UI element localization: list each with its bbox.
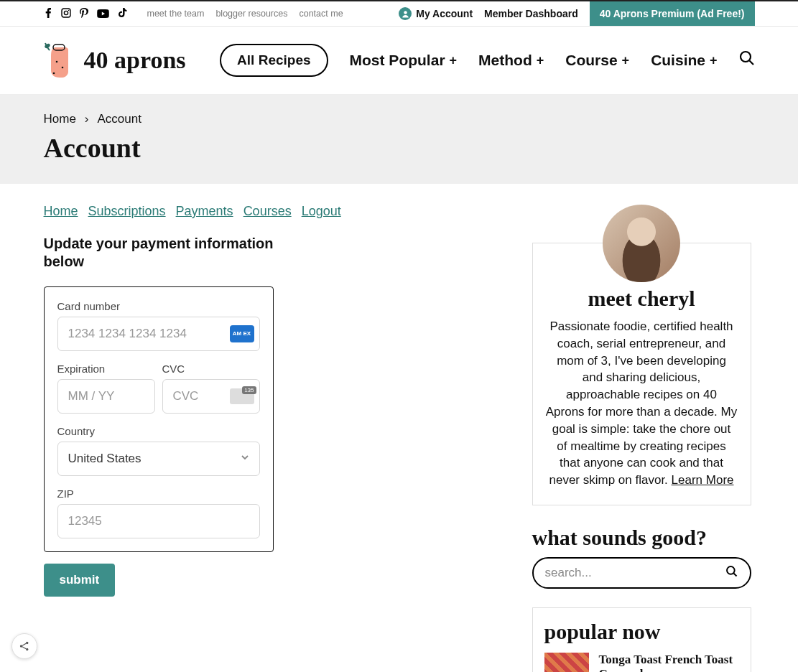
nav-cuisine[interactable]: Cuisine+ — [651, 52, 717, 69]
user-icon — [399, 7, 412, 20]
acct-nav-payments[interactable]: Payments — [176, 204, 233, 219]
svg-point-9 — [741, 52, 751, 62]
nav-label: Most Popular — [350, 52, 445, 69]
cvc-card-icon — [230, 388, 254, 404]
country-select[interactable] — [57, 442, 260, 476]
chevron-right-icon: › — [85, 112, 89, 126]
learn-more-link[interactable]: Learn More — [672, 473, 734, 487]
plus-icon: + — [537, 53, 544, 68]
my-account-link[interactable]: My Account — [399, 7, 473, 20]
breadcrumb: Home › Account — [44, 112, 755, 126]
svg-line-10 — [749, 61, 753, 65]
expiration-input[interactable] — [57, 379, 155, 414]
nav-most-popular[interactable]: Most Popular+ — [350, 52, 458, 69]
submit-button[interactable]: submit — [44, 564, 116, 597]
amex-icon: AM EX — [230, 325, 254, 342]
payment-form: Card number AM EX Expiration CVC — [44, 286, 274, 552]
update-payment-heading: Update your payment information below — [44, 235, 302, 271]
acct-nav-logout[interactable]: Logout — [302, 204, 341, 219]
svg-point-11 — [727, 566, 735, 574]
acct-nav-home[interactable]: Home — [44, 204, 78, 219]
plus-icon: + — [450, 53, 458, 68]
expiration-label: Expiration — [57, 363, 155, 375]
svg-rect-0 — [62, 9, 70, 17]
main-nav: 40 aprons All Recipes Most Popular+ Meth… — [0, 27, 798, 95]
account-nav: Home Subscriptions Payments Courses Logo… — [44, 204, 489, 219]
top-link-blogger[interactable]: blogger resources — [215, 9, 287, 19]
zip-input[interactable] — [57, 504, 260, 538]
popular-now-card: popular now Tonga Toast French Toast Cas… — [532, 607, 751, 672]
top-link-team[interactable]: meet the team — [147, 9, 205, 19]
search-icon[interactable] — [739, 50, 755, 70]
breadcrumb-home[interactable]: Home — [44, 112, 76, 126]
svg-point-3 — [404, 11, 407, 14]
popular-item[interactable]: Tonga Toast French Toast Casserole — [544, 653, 739, 672]
recipe-title: Tonga Toast French Toast Casserole — [599, 653, 739, 672]
nav-label: Cuisine — [651, 52, 705, 69]
sidebar-search-input[interactable] — [545, 566, 725, 580]
utility-bar: meet the team blogger resources contact … — [0, 0, 798, 27]
avatar — [603, 205, 680, 282]
sounds-good-heading: what sounds good? — [532, 526, 751, 550]
pinterest-icon[interactable] — [80, 8, 88, 19]
bio-body: Passionate foodie, certified health coac… — [546, 319, 737, 487]
card-number-label: Card number — [57, 300, 260, 312]
popular-now-heading: popular now — [544, 620, 739, 644]
nav-course[interactable]: Course+ — [565, 52, 629, 69]
svg-point-2 — [68, 10, 68, 11]
bio-title: meet cheryl — [546, 286, 738, 311]
svg-point-15 — [26, 648, 28, 650]
youtube-icon[interactable] — [97, 9, 109, 19]
nav-all-recipes[interactable]: All Recipes — [220, 44, 328, 77]
plus-icon: + — [710, 53, 718, 68]
svg-point-14 — [26, 642, 28, 644]
bio-text: Passionate foodie, certified health coac… — [546, 318, 738, 489]
search-icon[interactable] — [725, 565, 738, 581]
top-link-contact[interactable]: contact me — [299, 9, 343, 19]
svg-line-17 — [22, 647, 26, 649]
nav-label: Method — [478, 52, 532, 69]
bio-card: meet cheryl Passionate foodie, certified… — [532, 243, 751, 505]
logo-icon — [44, 40, 78, 80]
breadcrumb-current: Account — [98, 112, 141, 126]
instagram-icon[interactable] — [61, 8, 71, 19]
logo-text: 40 aprons — [84, 47, 186, 74]
svg-line-12 — [733, 573, 736, 576]
share-button[interactable] — [11, 633, 37, 659]
title-bar: Home › Account Account — [0, 95, 798, 184]
facebook-icon[interactable] — [44, 8, 52, 19]
svg-point-6 — [55, 61, 57, 63]
member-dashboard-link[interactable]: Member Dashboard — [484, 8, 578, 19]
acct-nav-subscriptions[interactable]: Subscriptions — [88, 204, 166, 219]
cvc-label: CVC — [162, 363, 260, 375]
plus-icon: + — [622, 53, 630, 68]
nav-method[interactable]: Method+ — [478, 52, 544, 69]
svg-point-7 — [61, 67, 63, 69]
nav-label: Course — [565, 52, 617, 69]
social-icons — [44, 8, 127, 19]
page-title: Account — [44, 132, 755, 164]
svg-line-16 — [22, 643, 26, 645]
my-account-label: My Account — [416, 8, 473, 19]
premium-button[interactable]: 40 Aprons Premium (Ad Free!) — [590, 1, 755, 26]
country-label: Country — [57, 425, 260, 437]
svg-point-8 — [52, 73, 55, 75]
site-logo[interactable]: 40 aprons — [44, 40, 186, 80]
tiktok-icon[interactable] — [118, 8, 127, 19]
acct-nav-courses[interactable]: Courses — [243, 204, 292, 219]
svg-point-13 — [20, 645, 22, 647]
sidebar-search[interactable] — [532, 557, 751, 589]
zip-label: ZIP — [57, 487, 260, 500]
recipe-thumbnail — [544, 653, 589, 672]
svg-point-1 — [64, 11, 68, 14]
